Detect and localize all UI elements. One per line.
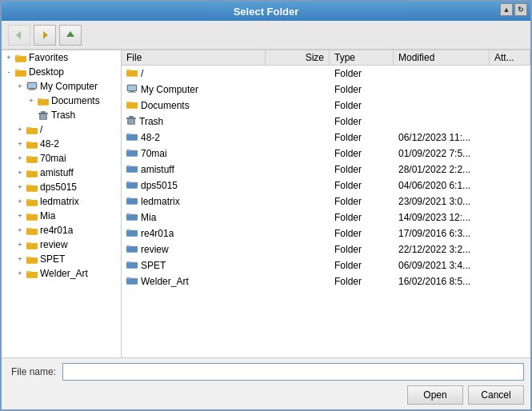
up-button[interactable] [59,25,82,46]
tree-item-re4r01a[interactable]: + re4r01a [2,223,121,237]
tree-expander-desktop[interactable]: - [3,66,14,78]
tree-expander-root[interactable]: + [14,124,26,135]
folder-icon [126,68,138,79]
folder-icon [26,209,38,222]
file-row[interactable]: TrashFolder [122,114,530,130]
tree-item-48-2[interactable]: + 48-2 [2,137,121,151]
file-cell-name: Mia [122,209,266,225]
tree-item-review[interactable]: + review [2,237,121,252]
tree-item-welder-art[interactable]: + Welder_Art [2,266,121,281]
tree-panel[interactable]: + Favorites- Desktop+ My Computer+ Docum… [2,50,122,357]
folder-blue-icon [126,260,138,271]
file-cell-size [266,146,330,162]
title-bar: Select Folder ▲ ↻ [2,2,530,21]
tree-expander-ledmatrix[interactable]: + [14,196,26,207]
forward-button[interactable] [34,25,56,46]
up-icon [65,30,76,41]
svg-marker-1 [43,31,48,39]
file-cell-att [490,257,530,273]
back-button[interactable] [8,25,30,46]
file-row[interactable]: re4r01aFolder17/09/2016 6:3... [122,225,530,241]
file-cell-name: / [122,66,266,82]
tree-expander-48-2[interactable]: + [14,138,26,150]
svg-rect-28 [26,127,31,129]
file-cell-att [490,146,530,162]
title-up-button[interactable]: ▲ [500,3,513,16]
file-row[interactable]: MiaFolder14/09/2023 12:... [122,209,530,225]
tree-expander-favorites[interactable]: + [3,52,14,63]
col-header-modified[interactable]: Modified [394,50,490,65]
folder-icon [26,166,38,179]
svg-rect-125 [126,278,138,284]
col-header-size[interactable]: Size [266,50,330,65]
tree-item-amistuff[interactable]: + amistuff [2,166,121,180]
folder-icon [26,138,38,150]
file-cell-name: 48-2 [122,130,266,146]
svg-rect-44 [26,185,31,186]
file-row[interactable]: reviewFolder22/12/2022 3:2... [122,241,530,257]
tree-item-desktop[interactable]: - Desktop [2,65,121,79]
file-cell-att [490,194,530,209]
tree-item-spet[interactable]: + SPET [2,252,121,266]
tree-expander-welder-art[interactable]: + [14,268,26,279]
computer-icon [126,84,138,96]
file-cell-size [266,114,330,130]
file-name-text: review [141,244,169,255]
svg-rect-121 [126,262,138,268]
file-row[interactable]: DocumentsFolder [122,98,530,114]
tree-item-dps5015[interactable]: + dps5015 [2,180,121,194]
col-header-file[interactable]: File [122,50,266,65]
tree-expander-review[interactable]: + [14,239,26,250]
folder-blue-icon [126,244,138,255]
tree-expander-70mai[interactable]: + [14,153,26,164]
svg-rect-35 [26,157,38,162]
file-row[interactable]: 70maiFolder01/09/2022 7:5... [122,146,530,162]
svg-rect-39 [26,171,38,177]
tree-item-ledmatrix[interactable]: + ledmatrix [2,194,121,209]
col-header-att[interactable]: Att... [490,50,530,65]
tree-item-70mai[interactable]: + 70mai [2,151,121,166]
svg-rect-105 [126,198,138,204]
svg-rect-82 [129,116,134,118]
file-row[interactable]: amistuffFolder28/01/2022 2:2... [122,162,530,178]
tree-expander-documents[interactable]: + [26,95,37,106]
svg-rect-17 [38,99,49,105]
file-row[interactable]: ledmatrixFolder23/09/2021 3:0... [122,194,530,209]
svg-rect-12 [28,83,36,88]
tree-expander-mia[interactable]: + [14,210,26,221]
file-cell-type: Folder [330,66,394,82]
tree-expander-amistuff[interactable]: + [14,167,26,178]
file-row[interactable]: Welder_ArtFolder16/02/2016 8:5... [122,273,530,289]
svg-rect-76 [128,92,136,93]
file-cell-type: Folder [330,130,394,146]
tree-item-mia[interactable]: + Mia [2,209,121,223]
tree-expander-spet[interactable]: + [14,253,26,265]
tree-item-my-computer[interactable]: + My Computer [2,79,121,94]
title-refresh-button[interactable]: ↻ [514,3,527,16]
open-button[interactable]: Open [407,385,463,405]
tree-expander-trash[interactable] [26,110,37,121]
folder-blue-icon [126,180,138,191]
file-row[interactable]: SPETFolder06/09/2021 3:4... [122,257,530,273]
folder-icon [26,123,38,136]
tree-expander-dps5015[interactable]: + [14,182,26,193]
tree-expander-my-computer[interactable]: + [14,81,26,92]
svg-rect-52 [26,213,31,215]
col-header-type[interactable]: Type [330,50,394,65]
tree-item-root[interactable]: + / [2,122,121,137]
tree-item-trash[interactable]: Trash [2,108,121,122]
file-cell-type: Folder [330,98,394,114]
tree-item-documents[interactable]: + Documents [2,94,121,108]
folder-icon [26,238,38,251]
tree-expander-re4r01a[interactable]: + [14,225,26,236]
filename-input[interactable] [62,363,524,381]
file-panel[interactable]: File Size Type Modified Att... /Folder M… [122,50,530,357]
file-row[interactable]: dps5015Folder04/06/2020 6:1... [122,178,530,194]
dialog-title: Select Folder [234,6,299,18]
folder-icon [26,152,38,165]
cancel-button[interactable]: Cancel [468,385,524,405]
file-row[interactable]: My ComputerFolder [122,82,530,98]
file-row[interactable]: 48-2Folder06/12/2023 11:... [122,130,530,146]
file-row[interactable]: /Folder [122,66,530,82]
tree-item-favorites[interactable]: + Favorites [2,50,121,65]
